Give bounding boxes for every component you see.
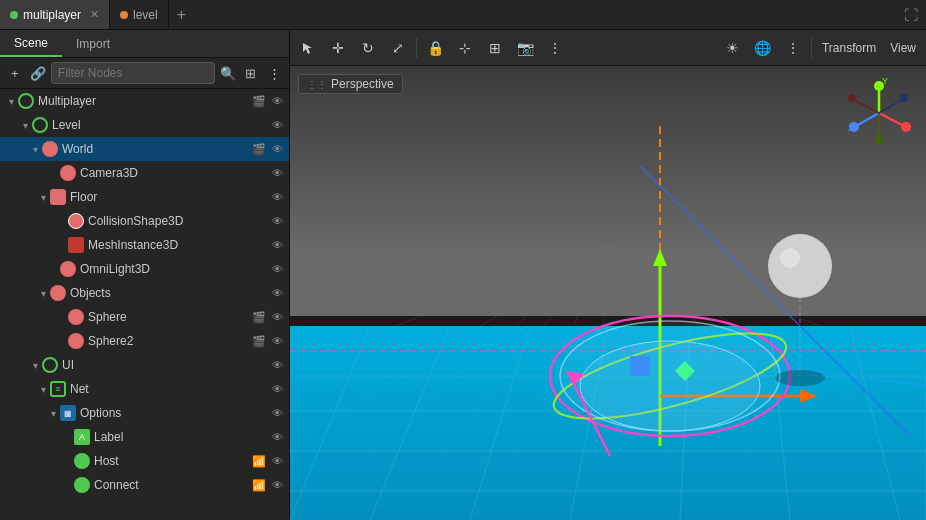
lock-button[interactable]: 🔒	[421, 34, 449, 62]
tree-node-net[interactable]: ▾ ≡ Net 👁	[0, 377, 289, 401]
label-options: Options	[80, 406, 267, 420]
camera3d-button[interactable]: 📷	[511, 34, 539, 62]
icon-floor	[50, 189, 66, 205]
eye-icon-camera3d: 👁	[269, 167, 285, 179]
tab-label-multiplayer: multiplayer	[23, 8, 81, 22]
svg-text:Y: Y	[882, 78, 888, 86]
perspective-label[interactable]: ⋮⋮ Perspective	[298, 74, 403, 94]
arrow-net: ▾	[36, 384, 50, 395]
grid-snap-button[interactable]: ⊞	[481, 34, 509, 62]
svg-point-12	[848, 94, 856, 102]
svg-rect-56	[630, 356, 650, 376]
icon-camera3d	[60, 165, 76, 181]
actions-host: 📶 👁	[251, 455, 285, 468]
viewport-right-tools: ☀ 🌐 ⋮ Transform View	[719, 34, 922, 62]
tree-node-collisionshape3d[interactable]: ▶ CollisionShape3D 👁	[0, 209, 289, 233]
eye-icon-collision: 👁	[269, 215, 285, 227]
select-tool-button[interactable]	[294, 34, 322, 62]
actions-level: 👁	[269, 119, 285, 131]
tab-import[interactable]: Import	[62, 30, 124, 57]
more-options-button[interactable]: ⋮	[264, 61, 285, 85]
globe-button[interactable]: 🌐	[749, 34, 777, 62]
tree-node-multiplayer[interactable]: ▾ Multiplayer 🎬 👁	[0, 89, 289, 113]
label-camera3d: Camera3D	[80, 166, 267, 180]
svg-point-55	[580, 341, 760, 431]
actions-multiplayer: 🎬 👁	[251, 95, 285, 108]
eye-icon-level: 👁	[269, 119, 285, 131]
tree-node-host[interactable]: ▶ Host 📶 👁	[0, 449, 289, 473]
tree-node-sphere2[interactable]: ▶ Sphere2 🎬 👁	[0, 329, 289, 353]
tree-node-meshinstance3d[interactable]: ▶ MeshInstance3D 👁	[0, 233, 289, 257]
svg-point-60	[768, 234, 832, 298]
icon-sphere2	[68, 333, 84, 349]
search-button[interactable]: 🔍	[217, 61, 238, 85]
grid-view-button[interactable]: ⊞	[240, 61, 261, 85]
tab-bar: multiplayer ✕ level + ⛶	[0, 0, 926, 30]
tree-node-options[interactable]: ▾ ▦ Options 👁	[0, 401, 289, 425]
tab-close-multiplayer[interactable]: ✕	[90, 8, 99, 21]
tree-node-floor[interactable]: ▾ Floor 👁	[0, 185, 289, 209]
tree-node-sphere[interactable]: ▶ Sphere 🎬 👁	[0, 305, 289, 329]
orientation-gizmo[interactable]: Y X Z	[844, 78, 914, 148]
sep2	[811, 38, 812, 58]
transform-label[interactable]: Transform	[816, 41, 882, 55]
scale-tool-button[interactable]: ⤢	[384, 34, 412, 62]
icon-mesh	[68, 237, 84, 253]
tab-level[interactable]: level	[110, 0, 169, 29]
svg-line-13	[879, 100, 902, 113]
more-viewport-button[interactable]: ⋮	[541, 34, 569, 62]
sun-button[interactable]: ☀	[719, 34, 747, 62]
icon-connect	[74, 477, 90, 493]
label-collision: CollisionShape3D	[88, 214, 267, 228]
tree-node-world[interactable]: ▾ World 🎬 👁	[0, 137, 289, 161]
svg-line-3	[879, 113, 904, 126]
add-node-button[interactable]: +	[4, 61, 25, 85]
icon-net: ≡	[50, 381, 66, 397]
maximize-button[interactable]: ⛶	[896, 7, 926, 23]
tree-node-ui[interactable]: ▾ UI 👁	[0, 353, 289, 377]
tree-node-camera3d[interactable]: ▶ Camera3D 👁	[0, 161, 289, 185]
view-label[interactable]: View	[884, 41, 922, 55]
svg-point-63	[775, 370, 825, 386]
rotate-tool-button[interactable]: ↻	[354, 34, 382, 62]
eye-icon-multiplayer: 👁	[269, 95, 285, 107]
move-tool-button[interactable]: ✛	[324, 34, 352, 62]
label-world: World	[62, 142, 249, 156]
arrow-options: ▾	[46, 408, 60, 419]
arrow-level: ▾	[18, 120, 32, 131]
actions-options: 👁	[269, 407, 285, 419]
eye-icon-objects: 👁	[269, 287, 285, 299]
tree-node-connect[interactable]: ▶ Connect 📶 👁	[0, 473, 289, 497]
eye-icon-world: 👁	[269, 143, 285, 155]
eye-icon-host: 👁	[269, 455, 285, 467]
tab-scene[interactable]: Scene	[0, 30, 62, 57]
tree-node-omnilight3d[interactable]: ▶ OmniLight3D 👁	[0, 257, 289, 281]
label-connect: Connect	[94, 478, 249, 492]
label-sphere: Sphere	[88, 310, 249, 324]
svg-line-11	[854, 100, 879, 113]
viewport-more-button[interactable]: ⋮	[779, 34, 807, 62]
perspective-grip-icon: ⋮⋮	[307, 79, 327, 90]
svg-point-61	[780, 248, 800, 268]
label-ui: UI	[62, 358, 267, 372]
actions-omni: 👁	[269, 263, 285, 275]
tree-node-objects[interactable]: ▾ Objects 👁	[0, 281, 289, 305]
tab-dot-multiplayer	[10, 11, 18, 19]
actions-collision: 👁	[269, 215, 285, 227]
tab-multiplayer[interactable]: multiplayer ✕	[0, 0, 110, 29]
scene-3d-svg	[290, 66, 926, 520]
icon-label-node: A	[74, 429, 90, 445]
link-button[interactable]: 🔗	[27, 61, 48, 85]
tab-add-button[interactable]: +	[169, 0, 194, 30]
eye-icon-connect: 👁	[269, 479, 285, 491]
arrow-multiplayer: ▾	[4, 96, 18, 107]
icon-level	[32, 117, 48, 133]
tree-node-label-node[interactable]: ▶ A Label 👁	[0, 425, 289, 449]
tree-node-level[interactable]: ▾ Level 👁	[0, 113, 289, 137]
snap-button[interactable]: ⊹	[451, 34, 479, 62]
label-sphere2: Sphere2	[88, 334, 249, 348]
filter-input[interactable]	[51, 62, 215, 84]
scene-icon-multiplayer: 🎬	[251, 95, 267, 108]
left-panel: Scene Import + 🔗 🔍 ⊞ ⋮ ▾ Multiplayer 🎬	[0, 30, 290, 520]
actions-camera3d: 👁	[269, 167, 285, 179]
